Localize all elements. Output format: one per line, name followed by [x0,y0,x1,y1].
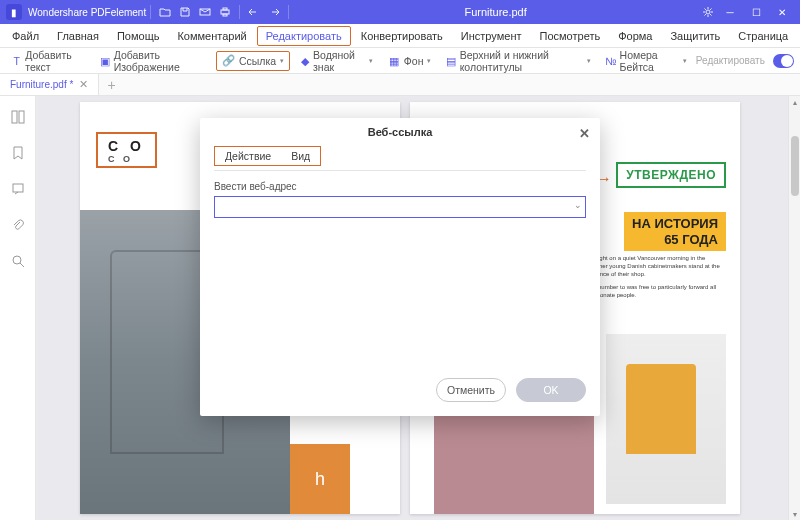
chevron-down-icon: ▾ [587,57,591,65]
undo-icon[interactable] [244,2,264,22]
mail-icon[interactable] [195,2,215,22]
dialog-tab-view[interactable]: Вид [281,147,320,165]
add-tab-button[interactable]: + [99,77,123,93]
header-footer-button[interactable]: ▤Верхний и нижний колонтитулы▾ [440,47,596,75]
menu-tool[interactable]: Инструмент [453,27,530,45]
dialog-tab-action[interactable]: Действие [215,147,281,165]
document-title: Furniture.pdf [293,6,698,18]
thumbnails-icon[interactable] [9,108,27,126]
menu-file[interactable]: Файл [4,27,47,45]
tabstrip: Furniture.pdf * ✕ + [0,74,800,96]
annotations-icon[interactable] [9,180,27,198]
tab-label: Furniture.pdf * [10,79,73,90]
watermark-button[interactable]: ◆Водяной знак▾ [294,47,378,75]
link-icon: 🔗 [222,54,236,68]
chevron-down-icon: ▾ [427,57,431,65]
url-dropdown-icon[interactable]: ⌄ [574,200,582,210]
background-icon: ▦ [387,54,401,68]
side-toolbox [0,96,36,520]
attachment-icon[interactable] [9,216,27,234]
titlebar: ▮ Wondershare PDFelement Furniture.pdf ─… [0,0,800,24]
bates-icon: № [605,54,616,68]
menu-convert[interactable]: Конвертировать [353,27,451,45]
url-input-label: Ввести веб-адрес [214,181,586,192]
document-tab[interactable]: Furniture.pdf * ✕ [0,74,99,95]
url-input[interactable] [214,196,586,218]
menu-home[interactable]: Главная [49,27,107,45]
maximize-button[interactable]: ☐ [744,2,768,22]
tab-close-icon[interactable]: ✕ [79,78,88,91]
svg-point-8 [13,256,21,264]
dialog-tabs: Действие Вид [214,146,321,166]
app-logo-icon: ▮ [6,4,22,20]
edit-mode-label: Редактировать [696,55,765,66]
svg-rect-5 [12,111,17,123]
link-button[interactable]: 🔗Ссылка▾ [216,51,290,71]
text-icon: T [11,54,22,68]
svg-rect-1 [221,10,229,14]
menu-form[interactable]: Форма [610,27,660,45]
bates-button[interactable]: №Номера Бейтса▾ [600,47,692,75]
close-button[interactable]: ✕ [770,2,794,22]
menu-edit[interactable]: Редактировать [257,26,351,46]
redo-icon[interactable] [264,2,284,22]
edit-mode-toggle[interactable] [773,54,794,68]
svg-rect-3 [223,14,227,16]
minimize-button[interactable]: ─ [718,2,742,22]
open-icon[interactable] [155,2,175,22]
chevron-down-icon: ▾ [280,57,284,65]
orange-strip: h [290,444,350,514]
body-text: Daylight on a quiet Vancouver morning in… [586,254,726,304]
svg-rect-2 [223,8,227,10]
web-link-dialog: Веб-ссылка ✕ Действие Вид Ввести веб-адр… [200,118,600,416]
svg-point-4 [706,10,710,14]
ok-button[interactable]: OK [516,378,586,402]
approved-stamp: УТВЕРЖДЕНО [616,162,726,188]
chevron-down-icon: ▾ [369,57,373,65]
dialog-close-icon[interactable]: ✕ [579,126,590,141]
watermark-icon: ◆ [299,54,310,68]
print-icon[interactable] [215,2,235,22]
menu-page[interactable]: Страница [730,27,796,45]
svg-rect-6 [19,111,24,123]
save-icon[interactable] [175,2,195,22]
menu-help[interactable]: Помощь [109,27,168,45]
dialog-title: Веб-ссылка ✕ [200,118,600,144]
search-icon[interactable] [9,252,27,270]
vertical-scrollbar[interactable]: ▴ ▾ [788,96,800,520]
background-button[interactable]: ▦Фон▾ [382,52,437,70]
cancel-button[interactable]: Отменить [436,378,506,402]
add-image-button[interactable]: ▣Добавить Изображение [94,47,212,75]
scroll-up-icon[interactable]: ▴ [789,96,800,108]
settings-icon[interactable] [698,2,718,22]
menu-view[interactable]: Посмотреть [532,27,609,45]
app-name: Wondershare PDFelement [28,7,146,18]
history-heading: НА ИСТОРИЯ 65 ГОДА [624,212,726,251]
svg-rect-7 [13,184,23,192]
menubar: Файл Главная Помощь Комментарий Редактир… [0,24,800,48]
menu-comment[interactable]: Комментарий [169,27,254,45]
header-footer-icon: ▤ [445,54,456,68]
toolbar: TДобавить текст ▣Добавить Изображение 🔗С… [0,48,800,74]
add-text-button[interactable]: TДобавить текст [6,47,90,75]
bookmark-icon[interactable] [9,144,27,162]
chevron-down-icon: ▾ [683,57,687,65]
logo-block: C O C O [96,132,157,168]
scroll-down-icon[interactable]: ▾ [789,508,800,520]
scroll-thumb[interactable] [791,136,799,196]
yellow-chair-photo [606,334,726,504]
menu-protect[interactable]: Защитить [662,27,728,45]
image-icon: ▣ [99,54,110,68]
